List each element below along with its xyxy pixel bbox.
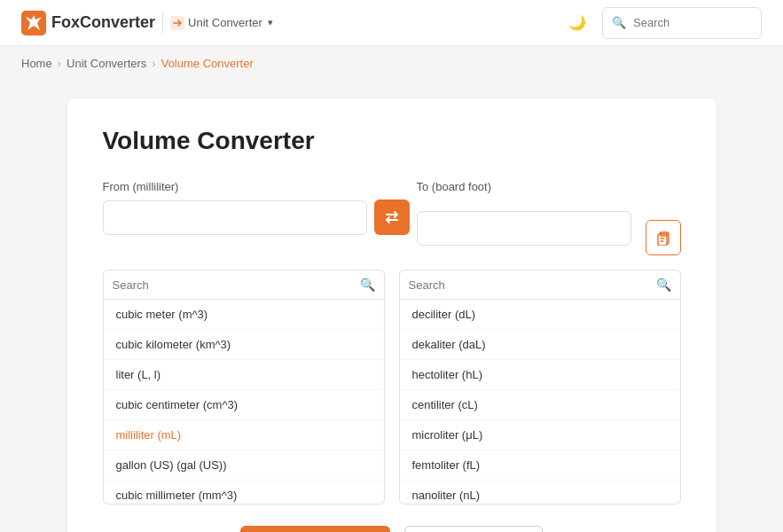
breadcrumb-sep-2: › <box>152 57 155 70</box>
from-panel-label: From (milliliter) <box>103 180 367 193</box>
list-item[interactable]: cubic millimeter (mm^3) <box>104 481 384 504</box>
from-panel: From (milliliter) <box>103 180 367 235</box>
list-item[interactable]: liter (L, l) <box>104 360 384 390</box>
logo-area: FoxConverter Unit Converter ▾ <box>21 11 273 35</box>
list-item[interactable]: cubic kilometer (km^3) <box>104 330 384 360</box>
from-unit-list-panel: 🔍 cubic meter (m^3)cubic kilometer (km^3… <box>103 270 385 505</box>
to-unit-search: 🔍 <box>400 270 680 300</box>
list-item[interactable]: nanoliter (nL) <box>400 481 680 504</box>
chevron-down-icon: ▾ <box>268 17 273 28</box>
breadcrumb-current: Volume Converter <box>161 57 254 70</box>
main-content: Volume Converter From (milliliter) To (b… <box>46 81 738 532</box>
to-panel: To (board foot) <box>417 180 681 255</box>
unit-converter-nav[interactable]: Unit Converter ▾ <box>170 16 273 30</box>
clipboard-icon <box>655 230 671 246</box>
swap-icon <box>384 209 400 225</box>
from-unit-list: cubic meter (m^3)cubic kilometer (km^3)l… <box>104 300 384 504</box>
to-unit-search-input[interactable] <box>409 278 651 292</box>
search-icon: 🔍 <box>612 16 626 29</box>
fox-icon <box>21 11 46 35</box>
list-item[interactable]: microliter (μL) <box>400 420 680 450</box>
page-title: Volume Converter <box>103 127 681 155</box>
header-divider <box>162 12 163 34</box>
breadcrumb: Home › Unit Converters › Volume Converte… <box>0 46 783 81</box>
convert-button[interactable]: Convert <box>240 526 390 532</box>
swap-button[interactable] <box>374 200 410 235</box>
list-item[interactable]: cubic meter (m^3) <box>104 300 384 330</box>
list-item[interactable]: gallon (US) (gal (US)) <box>104 450 384 481</box>
breadcrumb-sep-1: › <box>58 57 61 70</box>
unit-converter-icon <box>170 16 184 30</box>
to-search-icon: 🔍 <box>656 278 671 292</box>
lists-row: 🔍 cubic meter (m^3)cubic kilometer (km^3… <box>103 270 681 505</box>
converter-card: Volume Converter From (milliliter) To (b… <box>67 98 716 532</box>
clear-button[interactable]: Clear <box>404 526 542 532</box>
nav-label: Unit Converter <box>188 16 262 29</box>
breadcrumb-home[interactable]: Home <box>21 57 52 70</box>
breadcrumb-unit-converters[interactable]: Unit Converters <box>67 57 146 70</box>
header-search-input[interactable] <box>633 16 782 29</box>
header-search-bar: 🔍 Ctrl K <box>602 7 762 39</box>
from-unit-search: 🔍 <box>104 270 384 300</box>
header: FoxConverter Unit Converter ▾ 🌙 🔍 Ctrl K <box>0 0 783 46</box>
from-unit-search-input[interactable] <box>113 278 355 292</box>
action-row: Convert Clear <box>103 526 681 532</box>
from-search-icon: 🔍 <box>360 278 375 292</box>
list-item[interactable]: femtoliter (fL) <box>400 450 680 481</box>
logo: FoxConverter <box>21 11 155 35</box>
list-item[interactable]: centiliter (cL) <box>400 390 680 420</box>
list-item[interactable]: milliliter (mL) <box>104 420 384 450</box>
header-right: 🌙 🔍 Ctrl K <box>563 7 762 39</box>
to-value-input[interactable] <box>417 211 631 246</box>
theme-toggle-button[interactable]: 🌙 <box>563 9 591 37</box>
logo-text: FoxConverter <box>51 13 155 32</box>
clipboard-button[interactable] <box>646 220 681 255</box>
to-unit-list: deciliter (dL)dekaliter (daL)hectoliter … <box>400 300 680 504</box>
to-panel-label: To (board foot) <box>417 180 681 193</box>
list-item[interactable]: deciliter (dL) <box>400 300 680 330</box>
list-item[interactable]: cubic centimeter (cm^3) <box>104 390 384 420</box>
to-unit-list-panel: 🔍 deciliter (dL)dekaliter (daL)hectolite… <box>399 270 681 505</box>
converter-input-row: From (milliliter) To (board foot) <box>103 180 681 255</box>
list-item[interactable]: hectoliter (hL) <box>400 360 680 390</box>
from-value-input[interactable] <box>103 200 367 235</box>
list-item[interactable]: dekaliter (daL) <box>400 330 680 360</box>
